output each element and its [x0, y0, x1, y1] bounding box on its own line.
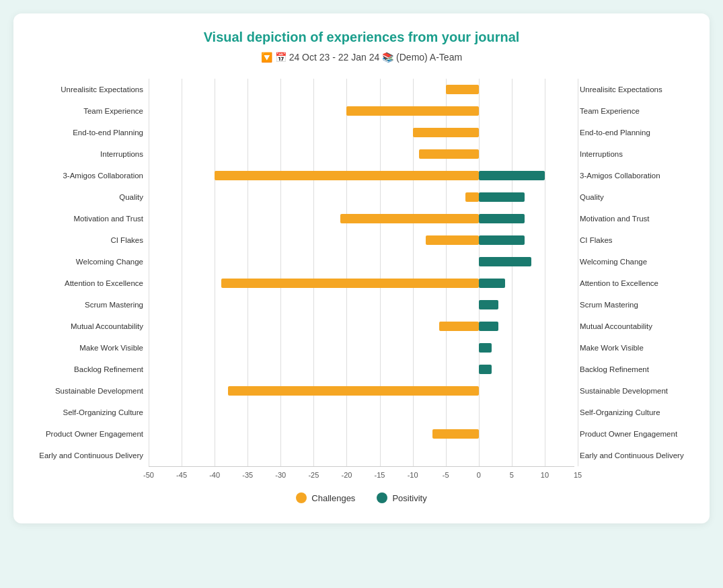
label-right: Make Work Visible: [574, 337, 699, 359]
label-left: Scrum Mastering: [24, 294, 149, 316]
bar-positivity: [479, 192, 525, 202]
grid-and-bars: [149, 79, 574, 466]
x-tick: 15: [574, 471, 582, 479]
bar-challenge: [340, 214, 479, 223]
x-axis: -50-45-40-35-30-25-20-15-10-5051015: [149, 468, 574, 484]
labels-left: Unrealisitc ExpectationsTeam ExperienceE…: [24, 79, 149, 484]
labels-right: Unrealisitc ExpectationsTeam ExperienceE…: [574, 79, 699, 484]
bar-positivity: [479, 300, 498, 309]
bar-positivity: [479, 235, 525, 245]
label-left: 3-Amigos Collaboration: [24, 165, 149, 186]
bar-row: [149, 337, 574, 359]
label-right: Self-Organizing Culture: [574, 402, 699, 423]
challenge-dot: [296, 492, 307, 503]
bar-challenge: [215, 171, 479, 180]
label-right: Mutual Accountability: [574, 316, 699, 337]
legend: Challenges Positivity: [24, 492, 699, 503]
bar-row: [149, 186, 574, 208]
chart-container: Visual depiction of experiences from you…: [13, 13, 710, 523]
label-left: Mutual Accountability: [24, 316, 149, 337]
positivity-dot: [377, 492, 387, 503]
label-left: Make Work Visible: [24, 337, 149, 359]
bar-row: [149, 229, 574, 251]
x-tick: 5: [510, 471, 514, 479]
bar-positivity: [479, 257, 532, 266]
label-left: Team Experience: [24, 100, 149, 122]
x-tick: -45: [176, 471, 187, 479]
bar-challenge: [228, 386, 479, 396]
bar-row: [149, 100, 574, 122]
label-left: Motivation and Trust: [24, 208, 149, 229]
chart-area: Unrealisitc ExpectationsTeam ExperienceE…: [24, 79, 699, 484]
bar-row: [149, 316, 574, 337]
label-left: Backlog Refinement: [24, 359, 149, 380]
bar-row: [149, 272, 574, 294]
x-tick: -50: [143, 471, 154, 479]
label-left: Quality: [24, 186, 149, 208]
bar-challenge: [413, 128, 479, 137]
bar-row: [149, 79, 574, 100]
label-right: Backlog Refinement: [574, 359, 699, 380]
label-right: Early and Continuous Delivery: [574, 445, 699, 466]
chart-title: Visual depiction of experiences from you…: [24, 30, 699, 45]
bar-challenge: [426, 235, 479, 245]
label-right: End-to-end Planning: [574, 122, 699, 143]
x-tick: -20: [342, 471, 352, 479]
label-left: Self-Organizing Culture: [24, 402, 149, 423]
bar-row: [149, 423, 574, 445]
label-right: Team Experience: [574, 100, 699, 122]
bar-row: [149, 402, 574, 423]
label-left: Interruptions: [24, 143, 149, 165]
x-tick: 0: [477, 471, 481, 479]
bar-positivity: [479, 279, 505, 288]
chart-body: -50-45-40-35-30-25-20-15-10-5051015: [149, 79, 574, 484]
label-right: Sustainable Development: [574, 380, 699, 402]
bar-challenge: [439, 322, 479, 331]
label-right: Product Owner Engagement: [574, 423, 699, 445]
x-tick: -35: [242, 471, 253, 479]
label-left: Attention to Excellence: [24, 272, 149, 294]
bar-row: [149, 294, 574, 316]
label-right: 3-Amigos Collaboration: [574, 165, 699, 186]
bar-row: [149, 208, 574, 229]
label-right: Interruptions: [574, 143, 699, 165]
label-left: Sustainable Development: [24, 380, 149, 402]
bar-positivity: [479, 214, 525, 223]
bar-row: [149, 122, 574, 143]
label-left: Product Owner Engagement: [24, 423, 149, 445]
x-axis-line: [149, 466, 574, 467]
x-tick: -40: [209, 471, 220, 479]
label-left: CI Flakes: [24, 229, 149, 251]
x-tick: -10: [408, 471, 418, 479]
bar-challenge: [221, 279, 479, 288]
x-tick: -5: [443, 471, 449, 479]
label-right: Quality: [574, 186, 699, 208]
bar-challenge: [419, 149, 478, 159]
label-right: Scrum Mastering: [574, 294, 699, 316]
bar-positivity: [479, 171, 545, 180]
label-right: Welcoming Change: [574, 251, 699, 272]
label-right: Attention to Excellence: [574, 272, 699, 294]
bar-row: [149, 445, 574, 466]
bar-challenge: [432, 429, 479, 439]
bar-challenge: [346, 106, 478, 116]
positivity-label: Positivity: [392, 493, 426, 503]
bar-row: [149, 251, 574, 272]
label-left: Unrealisitc Expectations: [24, 79, 149, 100]
legend-positivity: Positivity: [377, 492, 426, 503]
bar-positivity: [479, 322, 498, 331]
label-right: Unrealisitc Expectations: [574, 79, 699, 100]
bars-container: [149, 79, 574, 466]
bar-row: [149, 143, 574, 165]
x-tick: 10: [541, 471, 549, 479]
x-tick: -25: [308, 471, 319, 479]
bar-positivity: [479, 343, 492, 353]
x-tick: -15: [375, 471, 385, 479]
bar-challenge: [446, 85, 479, 94]
x-tick: -30: [275, 471, 286, 479]
bar-row: [149, 359, 574, 380]
challenge-label: Challenges: [311, 493, 355, 503]
label-left: Early and Continuous Delivery: [24, 445, 149, 466]
legend-challenge: Challenges: [296, 492, 355, 503]
bar-positivity: [479, 365, 492, 374]
